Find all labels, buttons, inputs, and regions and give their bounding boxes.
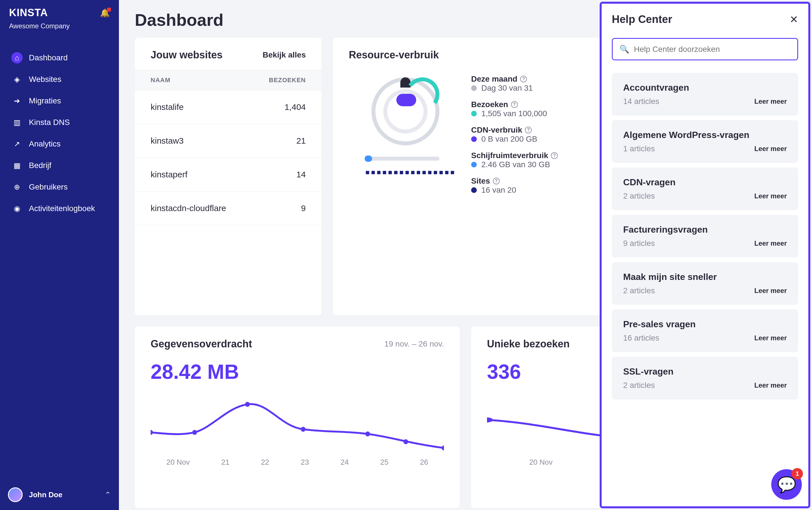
learn-more-link[interactable]: Leer meer — [754, 381, 787, 389]
help-icon[interactable]: ? — [511, 101, 518, 108]
learn-more-link[interactable]: Leer meer — [754, 334, 787, 342]
help-icon[interactable]: ? — [525, 126, 532, 134]
help-article-count: 2 articles — [623, 286, 655, 295]
notifications-button[interactable]: 🔔 — [100, 8, 110, 18]
site-visits: 14 — [296, 170, 306, 179]
transfer-card: Gegevensoverdracht 19 nov. – 26 nov. 28.… — [135, 327, 460, 508]
learn-more-link[interactable]: Leer meer — [754, 145, 787, 153]
help-article-count: 9 articles — [623, 239, 655, 248]
site-visits: 21 — [296, 136, 306, 146]
user-name: John Doe — [29, 490, 62, 499]
sidebar-item-websites[interactable]: ◈ Websites — [6, 68, 113, 90]
sites-dots — [366, 171, 454, 174]
svg-point-7 — [487, 417, 493, 422]
table-row[interactable]: kinstalife 1,404 — [135, 90, 322, 124]
notification-dot — [107, 8, 111, 11]
resource-charts — [349, 75, 454, 174]
home-icon: ⌂ — [11, 52, 23, 63]
sidebar: KINSTA 🔔 Awesome Company ⌂ Dashboard ◈ W… — [0, 0, 119, 510]
learn-more-link[interactable]: Leer meer — [754, 239, 787, 247]
metric-disk-val: 2.46 GB van 30 GB — [481, 160, 550, 169]
sidebar-item-dns[interactable]: ▥ Kinsta DNS — [6, 112, 113, 133]
websites-card: Jouw websites Bekijk alles NAAM BEZOEKEN… — [135, 38, 322, 315]
chat-button[interactable]: 💬 1 — [771, 469, 802, 500]
help-category[interactable]: CDN-vragen 2 articles Leer meer — [612, 167, 798, 210]
help-category[interactable]: SSL-vragen 2 articles Leer meer — [612, 357, 798, 399]
usage-donut — [371, 77, 440, 145]
svg-point-5 — [403, 439, 408, 444]
metric-disk-label: Schijfruimteverbruik — [471, 151, 548, 160]
metric-visits-label: Bezoeken — [471, 100, 508, 109]
svg-point-1 — [192, 430, 197, 435]
help-category-title: Maak mijn site sneller — [623, 272, 787, 282]
visits-title: Unieke bezoeken — [487, 338, 570, 350]
sidebar-item-dashboard[interactable]: ⌂ Dashboard — [6, 47, 113, 68]
view-all-link[interactable]: Bekijk alles — [263, 51, 306, 59]
help-category[interactable]: Factureringsvragen 9 articles Leer meer — [612, 215, 798, 258]
help-category-title: Factureringsvragen — [623, 224, 787, 235]
help-icon[interactable]: ? — [520, 76, 527, 82]
metric-cdn-label: CDN-verbruik — [471, 125, 522, 135]
help-category-title: CDN-vragen — [623, 177, 787, 188]
sidebar-item-label: Activiteitenlogboek — [29, 204, 95, 213]
site-name: kinstaw3 — [151, 136, 184, 146]
help-icon[interactable]: ? — [551, 152, 558, 159]
sidebar-item-activity[interactable]: ◉ Activiteitenlogboek — [6, 198, 113, 219]
help-center-panel: Help Center ✕ 🔍 Accountvragen 14 article… — [600, 2, 810, 508]
help-category[interactable]: Maak mijn site sneller 2 articles Leer m… — [612, 262, 798, 305]
table-row[interactable]: kinstaw3 21 — [135, 124, 322, 158]
chat-icon: 💬 — [777, 476, 796, 493]
resource-title: Resource-verbruik — [349, 49, 439, 61]
metric-sites-label: Sites — [471, 176, 490, 186]
help-article-count: 16 articles — [623, 334, 659, 343]
transfer-xticks: 20 Nov212223242526 — [151, 458, 444, 467]
site-name: kinstacdn-cloudflare — [151, 203, 226, 213]
transfer-sparkline — [151, 392, 444, 454]
svg-point-0 — [151, 430, 153, 435]
sidebar-nav: ⌂ Dashboard ◈ Websites ➔ Migraties ▥ Kin… — [0, 47, 119, 219]
table-row[interactable]: kinstaperf 14 — [135, 158, 322, 192]
transfer-title: Gegevensoverdracht — [151, 338, 252, 350]
sidebar-item-migrations[interactable]: ➔ Migraties — [6, 90, 113, 112]
eye-icon: ◉ — [11, 203, 23, 214]
site-name: kinstalife — [151, 102, 184, 112]
help-category-title: Pre-sales vragen — [623, 319, 787, 330]
site-visits: 1,404 — [284, 102, 306, 112]
company-icon: ▦ — [11, 160, 23, 171]
close-button[interactable]: ✕ — [790, 13, 798, 26]
learn-more-link[interactable]: Leer meer — [754, 97, 787, 105]
chat-badge: 1 — [792, 468, 803, 479]
table-row[interactable]: kinstacdn-cloudflare 9 — [135, 192, 322, 225]
help-article-count: 2 articles — [623, 381, 655, 390]
col-visits: BEZOEKEN — [269, 77, 306, 84]
help-search-input[interactable] — [634, 45, 790, 54]
migrate-icon: ➔ — [11, 95, 23, 107]
help-icon[interactable]: ? — [493, 178, 500, 185]
avatar — [8, 487, 23, 502]
table-header: NAAM BEZOEKEN — [135, 70, 322, 90]
site-visits: 9 — [301, 203, 306, 213]
sidebar-item-label: Migraties — [29, 96, 61, 105]
help-category[interactable]: Algemene WordPress-vragen 1 articles Lee… — [612, 120, 798, 163]
help-category[interactable]: Accountvragen 14 articles Leer meer — [612, 73, 798, 116]
dot-icon — [471, 187, 477, 193]
sidebar-item-users[interactable]: ⊕ Gebruikers — [6, 176, 113, 198]
svg-point-4 — [365, 431, 370, 436]
col-name: NAAM — [151, 77, 171, 84]
sidebar-item-label: Gebruikers — [29, 182, 68, 192]
company-name[interactable]: Awesome Company — [9, 22, 110, 30]
dot-icon — [471, 85, 477, 91]
learn-more-link[interactable]: Leer meer — [754, 287, 787, 295]
sidebar-item-analytics[interactable]: ↗ Analytics — [6, 133, 113, 155]
help-search[interactable]: 🔍 — [612, 38, 798, 60]
learn-more-link[interactable]: Leer meer — [754, 192, 787, 200]
metric-cdn-val: 0 B van 200 GB — [481, 135, 537, 144]
help-category-title: Algemene WordPress-vragen — [623, 130, 787, 140]
sidebar-item-company[interactable]: ▦ Bedrijf — [6, 155, 113, 176]
user-menu[interactable]: John Doe ⌃ — [0, 487, 119, 502]
svg-point-2 — [245, 402, 250, 407]
svg-point-6 — [442, 445, 444, 451]
search-icon: 🔍 — [620, 45, 629, 54]
sidebar-item-label: Dashboard — [29, 53, 68, 62]
help-category[interactable]: Pre-sales vragen 16 articles Leer meer — [612, 309, 798, 352]
